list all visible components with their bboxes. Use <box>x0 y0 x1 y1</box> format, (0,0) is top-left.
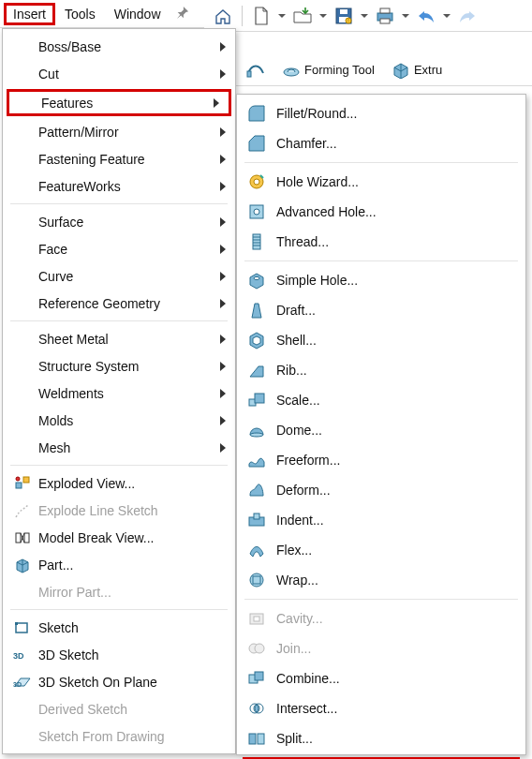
undo-caret[interactable] <box>441 3 452 29</box>
menu-featureworks[interactable]: FeatureWorks <box>3 172 235 200</box>
sub-separator <box>244 599 518 600</box>
svg-rect-11 <box>23 477 29 483</box>
sub-thread[interactable]: Thread... <box>237 227 525 257</box>
print-caret[interactable] <box>400 3 411 29</box>
sub-cavity: Cavity... <box>237 603 525 633</box>
exploded-view-icon <box>12 473 33 494</box>
svg-point-12 <box>16 477 20 481</box>
save-button[interactable]: ! <box>331 3 357 29</box>
menu-separator <box>10 203 228 204</box>
flex-icon <box>246 540 267 560</box>
dome-icon <box>246 420 267 440</box>
svg-point-20 <box>254 179 259 185</box>
new-doc-button[interactable] <box>248 3 274 29</box>
sub-shell[interactable]: Shell... <box>237 325 525 355</box>
sub-rib[interactable]: Rib... <box>237 355 525 385</box>
menu-pattern-mirror[interactable]: Pattern/Mirror <box>3 118 235 145</box>
menu-exploded-view[interactable]: Exploded View... <box>3 469 235 497</box>
svg-rect-13 <box>16 533 21 543</box>
sub-hole-wizard[interactable]: Hole Wizard... <box>237 167 525 197</box>
svg-rect-2 <box>340 9 347 14</box>
sub-flex[interactable]: Flex... <box>237 535 525 565</box>
menu-curve[interactable]: Curve <box>3 262 235 290</box>
menu-reference-geometry[interactable]: Reference Geometry <box>3 290 235 317</box>
shell-icon <box>246 330 267 350</box>
menu-3d-sketch[interactable]: 3D 3D Sketch <box>3 641 235 668</box>
svg-rect-33 <box>254 617 259 621</box>
menu-tools[interactable]: Tools <box>55 3 105 25</box>
menu-window[interactable]: Window <box>105 3 170 25</box>
home-button[interactable] <box>210 3 236 29</box>
menu-sketch[interactable]: Sketch <box>3 614 235 641</box>
sub-simple-hole[interactable]: Simple Hole... <box>237 265 525 295</box>
ribbon-label: Extru <box>414 63 442 77</box>
swept-icon <box>246 60 265 79</box>
menu-weldments[interactable]: Weldments <box>3 380 235 407</box>
open-caret[interactable] <box>318 3 329 29</box>
ribbon-item-swept[interactable] <box>240 57 272 82</box>
sub-dome[interactable]: Dome... <box>237 415 525 445</box>
svg-rect-7 <box>380 19 390 23</box>
open-button[interactable] <box>289 3 316 29</box>
print-button[interactable] <box>372 3 398 29</box>
toolbar: ! <box>204 0 532 32</box>
new-doc-caret[interactable] <box>276 3 288 29</box>
sub-fillet[interactable]: Fillet/Round... <box>237 98 525 128</box>
menu-fastening-feature[interactable]: Fastening Feature <box>3 145 235 172</box>
menu-insert[interactable]: Insert <box>4 3 55 25</box>
menu-explode-line-sketch: Explode Line Sketch <box>3 497 235 524</box>
sub-intersect[interactable]: Intersect... <box>237 693 525 723</box>
undo-button[interactable] <box>413 3 439 29</box>
ribbon: Forming Tool Extru <box>234 32 532 86</box>
deform-icon <box>246 480 267 500</box>
toolbar-separator <box>242 6 243 26</box>
ribbon-item-forming-tool[interactable]: Forming Tool <box>275 57 381 82</box>
menu-sheet-metal[interactable]: Sheet Metal <box>3 325 235 352</box>
ribbon-item-extrude[interactable]: Extru <box>385 57 449 82</box>
sub-combine[interactable]: Combine... <box>237 663 525 693</box>
sub-indent[interactable]: Indent... <box>237 505 525 535</box>
hole-wizard-icon <box>246 171 267 192</box>
freeform-icon <box>246 450 267 470</box>
sub-wrap[interactable]: Wrap... <box>237 565 525 595</box>
sub-advanced-hole[interactable]: Advanced Hole... <box>237 197 525 227</box>
sub-separator <box>244 162 518 163</box>
menu-separator <box>10 320 228 321</box>
svg-point-35 <box>255 644 264 653</box>
svg-rect-26 <box>255 394 264 403</box>
svg-point-24 <box>254 276 259 279</box>
sub-split[interactable]: Split... <box>237 723 525 753</box>
menu-model-break-view[interactable]: Model Break View... <box>3 524 235 551</box>
svg-rect-29 <box>254 513 259 519</box>
sub-scale[interactable]: Scale... <box>237 385 525 415</box>
menu-molds[interactable]: Molds <box>3 407 235 434</box>
chamfer-icon <box>246 133 267 154</box>
menu-boss-base[interactable]: Boss/Base <box>3 33 235 60</box>
save-caret[interactable] <box>359 3 370 29</box>
menu-sketch-from-drawing: Sketch From Drawing <box>3 722 235 750</box>
intersect-icon <box>246 698 267 719</box>
features-submenu: Fillet/Round... Chamfer... Hole Wizard..… <box>236 94 526 755</box>
menu-face[interactable]: Face <box>3 235 235 262</box>
menu-mirror-part: Mirror Part... <box>3 578 235 605</box>
extrude-icon <box>392 60 410 79</box>
svg-rect-37 <box>255 672 263 680</box>
menu-structure-system[interactable]: Structure System <box>3 352 235 380</box>
menu-part[interactable]: Part... <box>3 551 235 578</box>
sub-deform[interactable]: Deform... <box>237 475 525 505</box>
svg-rect-14 <box>24 533 29 543</box>
sub-draft[interactable]: Draft... <box>237 295 525 325</box>
menu-surface[interactable]: Surface <box>3 208 235 235</box>
rib-icon <box>246 360 267 380</box>
svg-rect-6 <box>380 8 390 13</box>
menu-mesh[interactable]: Mesh <box>3 434 235 461</box>
pin-icon[interactable] <box>176 6 189 22</box>
draft-icon <box>246 300 267 320</box>
menu-cut[interactable]: Cut <box>3 60 235 87</box>
menu-3d-sketch-on-plane[interactable]: 3D 3D Sketch On Plane <box>3 668 235 695</box>
insert-menu: Boss/Base Cut Features Pattern/Mirror Fa… <box>2 28 236 754</box>
sub-freeform[interactable]: Freeform... <box>237 445 525 475</box>
redo-button[interactable] <box>454 3 480 29</box>
sub-chamfer[interactable]: Chamfer... <box>237 128 525 158</box>
menu-features[interactable]: Features <box>7 89 231 116</box>
